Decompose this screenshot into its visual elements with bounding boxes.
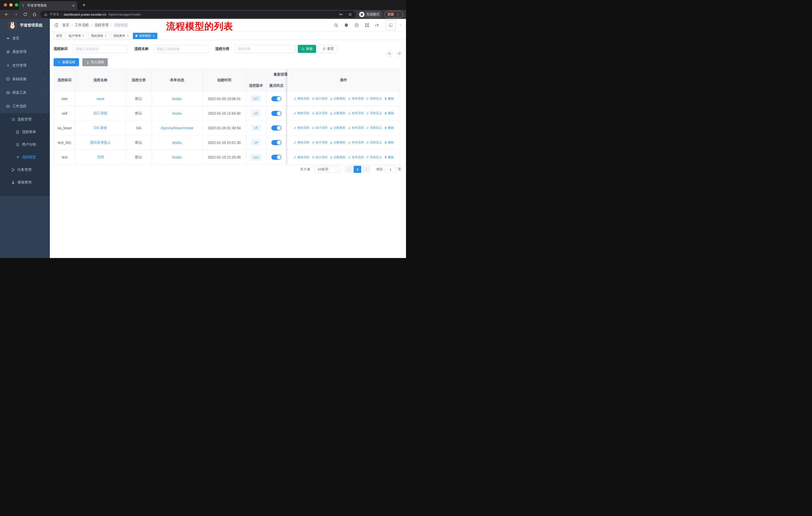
key-icon[interactable] (339, 12, 343, 17)
fullscreen-icon[interactable] (365, 23, 369, 27)
action-流程定义[interactable]: 流程定义 (366, 140, 382, 145)
sidebar-item-基础设施[interactable]: 基础设施 (0, 72, 50, 86)
sidebar-item-用户分组[interactable]: 用户分组 (0, 138, 50, 151)
tab-首页[interactable]: 首页 (54, 33, 65, 39)
cell-form-info-link[interactable]: biubiu (151, 150, 203, 165)
action-删除[interactable]: 删除 (384, 155, 394, 160)
close-window-button[interactable] (4, 3, 7, 6)
page-1-button[interactable]: 1 (354, 166, 361, 173)
action-发布流程[interactable]: 发布流程 (348, 140, 364, 145)
forward-icon[interactable] (12, 11, 19, 18)
tab-close-icon[interactable]: ✕ (72, 4, 75, 7)
reset-button[interactable]: 重置 (319, 45, 338, 53)
page-size-select[interactable]: 10条/页 (314, 166, 340, 173)
update-menu-button[interactable]: 更新 (384, 11, 403, 18)
action-发布流程[interactable]: 发布流程 (348, 126, 364, 130)
cell-form-info-link[interactable]: biubiu (151, 91, 203, 106)
action-流程定义[interactable]: 流程定义 (366, 126, 382, 130)
active-toggle[interactable] (271, 96, 282, 101)
tab-流程模型[interactable]: 流程模型✕ (133, 33, 157, 39)
cell-process-name-link[interactable]: OA 请假 (75, 121, 126, 135)
new-tab-button[interactable]: + (81, 2, 87, 8)
action-发布流程[interactable]: 发布流程 (348, 155, 364, 160)
cell-process-name-link[interactable]: 测试多审批人 (75, 135, 126, 150)
action-设计流程[interactable]: 设计流程 (312, 97, 327, 101)
action-发布流程[interactable]: 发布流程 (348, 111, 364, 115)
tab-租户管理[interactable]: 租户管理✕ (66, 33, 87, 39)
sidebar-item-首页[interactable]: 首页 (0, 31, 50, 45)
sidebar-logo[interactable]: 芋道管理系统 (0, 19, 50, 31)
browser-tab[interactable]: 芋道管理系统 ✕ (19, 1, 77, 10)
close-icon[interactable]: ✕ (127, 34, 129, 37)
action-设计流程[interactable]: 设计流程 (312, 140, 327, 145)
action-分配规则[interactable]: 分配规则 (330, 140, 346, 145)
refresh-table-button[interactable] (396, 50, 403, 57)
action-分配规则[interactable]: 分配规则 (330, 126, 346, 130)
action-分配规则[interactable]: 分配规则 (330, 111, 346, 115)
breadcrumb-item[interactable]: 流程管理 (94, 23, 109, 27)
maximize-window-button[interactable] (15, 3, 18, 6)
search-button[interactable]: 搜索 (298, 45, 316, 53)
sidebar-item-流程表单[interactable]: 流程表单 (0, 126, 50, 138)
github-icon[interactable] (344, 23, 349, 27)
action-删除[interactable]: 删除 (384, 111, 394, 115)
action-删除[interactable]: 删除 (384, 126, 394, 130)
action-发布流程[interactable]: 发布流程 (348, 97, 364, 101)
next-page-button[interactable] (362, 166, 370, 173)
action-删除[interactable]: 删除 (384, 140, 394, 145)
sidebar-item-工作流程[interactable]: 工作流程 (0, 100, 50, 113)
action-流程定义[interactable]: 流程定义 (366, 111, 382, 115)
sidebar-item-系统管理[interactable]: 系统管理 (0, 45, 50, 59)
address-bar[interactable]: 不安全 dashboard.yudao.iocoder.cn/bpm/manag… (40, 11, 356, 18)
reload-icon[interactable] (22, 11, 29, 18)
sidebar-item-请假查询[interactable]: 请假查询 (0, 176, 50, 189)
minimize-window-button[interactable] (9, 3, 12, 6)
active-toggle[interactable] (271, 111, 282, 116)
cell-process-name-link[interactable]: 滔博 (75, 150, 126, 165)
cell-form-info-link[interactable]: biubiu (151, 135, 203, 150)
action-修改流程[interactable]: 修改流程 (293, 97, 309, 101)
create-process-button[interactable]: 新建流程 (54, 58, 79, 66)
process-category-select[interactable]: 流程分类 (234, 45, 295, 53)
action-删除[interactable]: 删除 (384, 97, 394, 101)
process-key-input[interactable] (72, 45, 127, 53)
user-avatar[interactable] (386, 20, 396, 30)
bookmark-star-icon[interactable] (348, 12, 352, 17)
active-toggle[interactable] (271, 155, 282, 160)
goto-page-input[interactable] (385, 166, 396, 173)
breadcrumb-item[interactable]: 首页 (62, 23, 69, 27)
tab-流程表单[interactable]: 流程表单✕ (111, 33, 132, 39)
cell-process-name-link[interactable]: eeee (75, 91, 126, 106)
sidebar-item-流程模型[interactable]: 流程模型 (0, 151, 50, 164)
action-流程定义[interactable]: 流程定义 (366, 155, 382, 160)
action-设计流程[interactable]: 设计流程 (312, 111, 327, 115)
sidebar-item-流程管理[interactable]: 流程管理 (0, 113, 50, 126)
help-icon[interactable]: ? (354, 23, 359, 27)
tab-我的流程[interactable]: 我的流程✕ (88, 33, 109, 39)
action-设计流程[interactable]: 设计流程 (312, 155, 327, 160)
breadcrumb-item[interactable]: 工作流程 (75, 23, 89, 27)
cell-process-name-link[interactable]: 自己审批 (75, 106, 126, 120)
close-icon[interactable]: ✕ (82, 34, 84, 37)
action-设计流程[interactable]: 设计流程 (312, 126, 327, 130)
action-分配规则[interactable]: 分配规则 (330, 97, 346, 101)
import-process-button[interactable]: 导入流程 (82, 58, 108, 66)
avatar-caret-down-icon[interactable] (399, 24, 402, 27)
cell-form-info-link[interactable]: biubiu (151, 106, 203, 120)
prev-page-button[interactable] (345, 166, 352, 173)
process-name-input[interactable] (153, 45, 208, 53)
action-分配规则[interactable]: 分配规则 (330, 155, 346, 160)
kebab-menu-icon[interactable] (396, 12, 400, 17)
action-流程定义[interactable]: 流程定义 (366, 97, 382, 101)
back-icon[interactable] (3, 11, 10, 18)
close-icon[interactable]: ✕ (152, 34, 154, 37)
sidebar-item-任务管理[interactable]: 任务管理 (0, 164, 50, 176)
action-修改流程[interactable]: 修改流程 (293, 111, 309, 115)
search-icon[interactable] (334, 23, 338, 27)
toggle-search-button[interactable] (386, 50, 393, 57)
close-icon[interactable]: ✕ (105, 34, 107, 37)
action-修改流程[interactable]: 修改流程 (293, 140, 309, 145)
sidebar-item-支付管理[interactable]: ¥支付管理 (0, 59, 50, 72)
active-toggle[interactable] (271, 140, 282, 145)
sidebar-item-研发工具[interactable]: 研发工具 (0, 86, 50, 100)
